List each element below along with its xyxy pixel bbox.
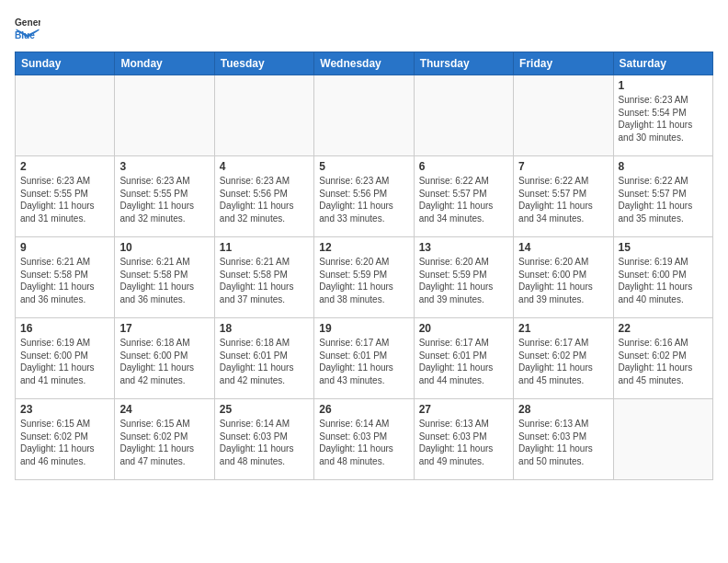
day-number: 1 <box>619 79 708 92</box>
day-info: Sunrise: 6:22 AM Sunset: 5:57 PM Dayligh… <box>419 175 508 224</box>
day-number: 9 <box>20 241 109 254</box>
day-info: Sunrise: 6:19 AM Sunset: 6:00 PM Dayligh… <box>20 337 109 386</box>
calendar-cell: 5Sunrise: 6:23 AM Sunset: 5:56 PM Daylig… <box>314 156 414 237</box>
day-info: Sunrise: 6:14 AM Sunset: 6:03 PM Dayligh… <box>220 418 309 467</box>
day-number: 18 <box>220 322 309 335</box>
calendar-week: 23Sunrise: 6:15 AM Sunset: 6:02 PM Dayli… <box>16 399 713 480</box>
day-number: 23 <box>20 403 109 416</box>
day-number: 14 <box>518 241 608 254</box>
day-info: Sunrise: 6:17 AM Sunset: 6:02 PM Dayligh… <box>518 337 608 386</box>
day-number: 20 <box>419 322 508 335</box>
day-number: 17 <box>119 322 209 335</box>
day-info: Sunrise: 6:20 AM Sunset: 5:59 PM Dayligh… <box>419 256 508 305</box>
day-number: 22 <box>619 322 708 335</box>
calendar-cell <box>314 75 414 156</box>
day-info: Sunrise: 6:13 AM Sunset: 6:03 PM Dayligh… <box>419 418 508 467</box>
calendar-cell: 19Sunrise: 6:17 AM Sunset: 6:01 PM Dayli… <box>314 318 414 399</box>
day-number: 15 <box>619 241 708 254</box>
day-info: Sunrise: 6:15 AM Sunset: 6:02 PM Dayligh… <box>20 418 109 467</box>
day-number: 2 <box>20 160 109 173</box>
day-info: Sunrise: 6:23 AM Sunset: 5:55 PM Dayligh… <box>119 175 209 224</box>
calendar-cell: 21Sunrise: 6:17 AM Sunset: 6:02 PM Dayli… <box>514 318 613 399</box>
day-info: Sunrise: 6:22 AM Sunset: 5:57 PM Dayligh… <box>518 175 608 224</box>
svg-text:General: General <box>15 17 40 28</box>
day-number: 21 <box>518 322 608 335</box>
day-number: 4 <box>220 160 309 173</box>
calendar-cell <box>115 75 214 156</box>
day-info: Sunrise: 6:17 AM Sunset: 6:01 PM Dayligh… <box>419 337 508 386</box>
day-number: 12 <box>319 241 408 254</box>
day-number: 8 <box>619 160 708 173</box>
calendar-cell <box>414 75 513 156</box>
calendar-cell <box>16 75 115 156</box>
logo: General Blue <box>15 15 44 40</box>
calendar-cell: 17Sunrise: 6:18 AM Sunset: 6:00 PM Dayli… <box>115 318 214 399</box>
day-info: Sunrise: 6:17 AM Sunset: 6:01 PM Dayligh… <box>319 337 408 386</box>
weekday-header: Thursday <box>414 52 513 75</box>
calendar-cell: 22Sunrise: 6:16 AM Sunset: 6:02 PM Dayli… <box>613 318 712 399</box>
svg-text:Blue: Blue <box>15 30 35 40</box>
day-info: Sunrise: 6:21 AM Sunset: 5:58 PM Dayligh… <box>220 256 309 305</box>
calendar-week: 2Sunrise: 6:23 AM Sunset: 5:55 PM Daylig… <box>16 156 713 237</box>
calendar-week: 1Sunrise: 6:23 AM Sunset: 5:54 PM Daylig… <box>16 75 713 156</box>
calendar-cell: 16Sunrise: 6:19 AM Sunset: 6:00 PM Dayli… <box>16 318 115 399</box>
calendar-cell: 24Sunrise: 6:15 AM Sunset: 6:02 PM Dayli… <box>115 399 214 480</box>
day-info: Sunrise: 6:23 AM Sunset: 5:55 PM Dayligh… <box>20 175 109 224</box>
day-number: 16 <box>20 322 109 335</box>
day-info: Sunrise: 6:15 AM Sunset: 6:02 PM Dayligh… <box>119 418 209 467</box>
weekday-header: Tuesday <box>214 52 313 75</box>
day-info: Sunrise: 6:13 AM Sunset: 6:03 PM Dayligh… <box>518 418 608 467</box>
calendar-cell: 11Sunrise: 6:21 AM Sunset: 5:58 PM Dayli… <box>214 237 313 318</box>
day-number: 3 <box>119 160 209 173</box>
calendar-cell: 1Sunrise: 6:23 AM Sunset: 5:54 PM Daylig… <box>613 75 712 156</box>
calendar-cell: 13Sunrise: 6:20 AM Sunset: 5:59 PM Dayli… <box>414 237 513 318</box>
calendar-cell: 27Sunrise: 6:13 AM Sunset: 6:03 PM Dayli… <box>414 399 513 480</box>
day-number: 7 <box>518 160 608 173</box>
calendar-cell: 28Sunrise: 6:13 AM Sunset: 6:03 PM Dayli… <box>514 399 613 480</box>
weekday-header: Sunday <box>16 52 115 75</box>
calendar-cell: 18Sunrise: 6:18 AM Sunset: 6:01 PM Dayli… <box>214 318 313 399</box>
calendar-cell: 3Sunrise: 6:23 AM Sunset: 5:55 PM Daylig… <box>115 156 214 237</box>
day-info: Sunrise: 6:20 AM Sunset: 6:00 PM Dayligh… <box>518 256 608 305</box>
day-number: 11 <box>220 241 309 254</box>
calendar-cell: 9Sunrise: 6:21 AM Sunset: 5:58 PM Daylig… <box>16 237 115 318</box>
day-number: 26 <box>319 403 408 416</box>
day-info: Sunrise: 6:21 AM Sunset: 5:58 PM Dayligh… <box>20 256 109 305</box>
calendar-cell: 8Sunrise: 6:22 AM Sunset: 5:57 PM Daylig… <box>613 156 712 237</box>
day-info: Sunrise: 6:23 AM Sunset: 5:56 PM Dayligh… <box>220 175 309 224</box>
calendar-cell: 20Sunrise: 6:17 AM Sunset: 6:01 PM Dayli… <box>414 318 513 399</box>
day-number: 25 <box>220 403 309 416</box>
calendar-week: 16Sunrise: 6:19 AM Sunset: 6:00 PM Dayli… <box>16 318 713 399</box>
day-info: Sunrise: 6:23 AM Sunset: 5:56 PM Dayligh… <box>319 175 408 224</box>
day-info: Sunrise: 6:14 AM Sunset: 6:03 PM Dayligh… <box>319 418 408 467</box>
calendar-cell: 25Sunrise: 6:14 AM Sunset: 6:03 PM Dayli… <box>214 399 313 480</box>
day-number: 13 <box>419 241 508 254</box>
day-number: 6 <box>419 160 508 173</box>
calendar-cell: 26Sunrise: 6:14 AM Sunset: 6:03 PM Dayli… <box>314 399 414 480</box>
calendar-cell: 14Sunrise: 6:20 AM Sunset: 6:00 PM Dayli… <box>514 237 613 318</box>
day-info: Sunrise: 6:18 AM Sunset: 6:00 PM Dayligh… <box>119 337 209 386</box>
calendar-cell: 15Sunrise: 6:19 AM Sunset: 6:00 PM Dayli… <box>613 237 712 318</box>
calendar-cell: 2Sunrise: 6:23 AM Sunset: 5:55 PM Daylig… <box>16 156 115 237</box>
day-number: 24 <box>119 403 209 416</box>
calendar-cell: 10Sunrise: 6:21 AM Sunset: 5:58 PM Dayli… <box>115 237 214 318</box>
day-info: Sunrise: 6:16 AM Sunset: 6:02 PM Dayligh… <box>619 337 708 386</box>
calendar-cell: 4Sunrise: 6:23 AM Sunset: 5:56 PM Daylig… <box>214 156 313 237</box>
calendar-cell <box>613 399 712 480</box>
day-number: 10 <box>119 241 209 254</box>
day-info: Sunrise: 6:18 AM Sunset: 6:01 PM Dayligh… <box>220 337 309 386</box>
calendar-cell: 12Sunrise: 6:20 AM Sunset: 5:59 PM Dayli… <box>314 237 414 318</box>
day-info: Sunrise: 6:21 AM Sunset: 5:58 PM Dayligh… <box>119 256 209 305</box>
weekday-header: Friday <box>514 52 613 75</box>
calendar-week: 9Sunrise: 6:21 AM Sunset: 5:58 PM Daylig… <box>16 237 713 318</box>
calendar-cell <box>214 75 313 156</box>
day-number: 28 <box>518 403 608 416</box>
day-info: Sunrise: 6:20 AM Sunset: 5:59 PM Dayligh… <box>319 256 408 305</box>
day-info: Sunrise: 6:22 AM Sunset: 5:57 PM Dayligh… <box>619 175 708 224</box>
page-header: General Blue <box>15 15 713 40</box>
calendar-header: SundayMondayTuesdayWednesdayThursdayFrid… <box>16 52 713 75</box>
day-info: Sunrise: 6:19 AM Sunset: 6:00 PM Dayligh… <box>619 256 708 305</box>
weekday-header: Monday <box>115 52 214 75</box>
day-number: 5 <box>319 160 408 173</box>
calendar-table: SundayMondayTuesdayWednesdayThursdayFrid… <box>15 52 713 480</box>
